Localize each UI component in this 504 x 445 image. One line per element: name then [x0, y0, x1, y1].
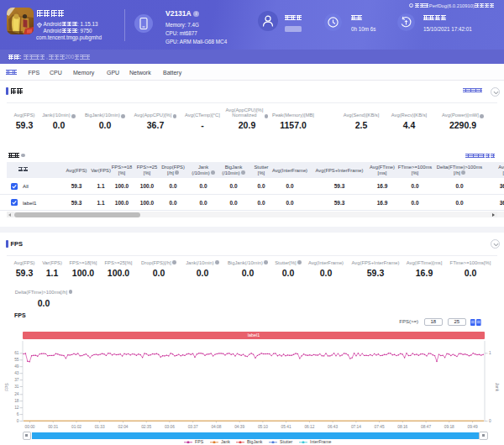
svg-text:24: 24	[14, 392, 19, 396]
svg-text:09:49: 09:49	[468, 425, 478, 429]
svg-text:FPS: FPS	[5, 383, 9, 390]
svg-text:04:08: 04:08	[211, 425, 221, 429]
svg-text:07:14: 07:14	[351, 425, 361, 429]
svg-text:05:41: 05:41	[281, 425, 291, 429]
svg-text:43: 43	[14, 371, 19, 375]
svg-text:12: 12	[14, 406, 19, 410]
svg-text:03:37: 03:37	[188, 425, 198, 429]
svg-text:37: 37	[14, 378, 19, 382]
svg-text:01:33: 01:33	[95, 425, 105, 429]
svg-text:49: 49	[14, 364, 19, 369]
svg-text:6: 6	[17, 412, 19, 416]
svg-text:03:06: 03:06	[165, 425, 175, 429]
svg-text:0: 0	[489, 419, 491, 423]
svg-text:08:47: 08:47	[421, 425, 431, 429]
svg-text:0: 0	[17, 419, 19, 423]
svg-text:06:43: 06:43	[328, 425, 338, 429]
svg-text:04:39: 04:39	[234, 425, 244, 429]
svg-text:18: 18	[14, 399, 19, 403]
svg-text:02:04: 02:04	[118, 425, 128, 429]
svg-text:1: 1	[489, 351, 491, 355]
svg-text:61: 61	[14, 351, 19, 355]
svg-text:00:00: 00:00	[24, 425, 34, 429]
svg-text:55: 55	[14, 358, 19, 362]
svg-text:00:31: 00:31	[48, 425, 58, 429]
svg-text:02:35: 02:35	[141, 425, 151, 429]
svg-text:06:12: 06:12	[304, 425, 314, 429]
svg-text:Jank: Jank	[495, 383, 499, 392]
svg-text:07:45: 07:45	[375, 425, 385, 429]
svg-text:31: 31	[14, 385, 19, 389]
svg-text:09:18: 09:18	[444, 425, 454, 429]
svg-text:08:16: 08:16	[397, 425, 407, 429]
svg-text:05:10: 05:10	[258, 425, 268, 429]
svg-text:01:02: 01:02	[71, 425, 81, 429]
